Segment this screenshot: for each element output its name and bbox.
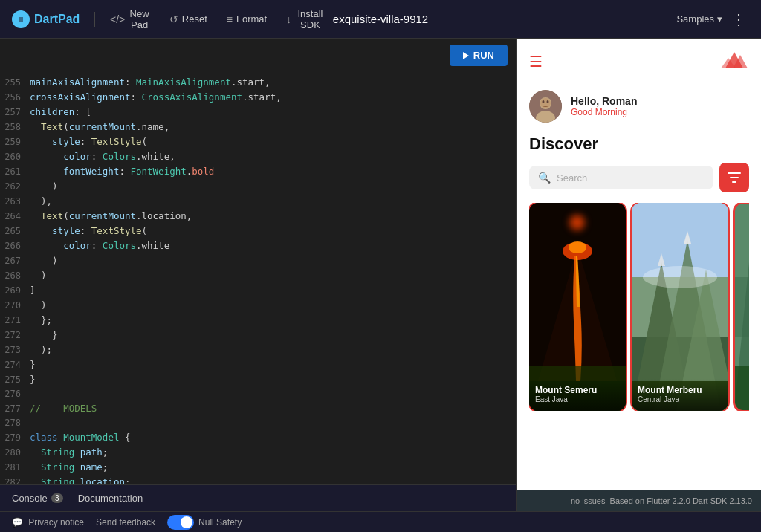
search-icon: 🔍 <box>538 172 551 184</box>
code-line: 280 String path; <box>0 445 516 460</box>
merberu-card-location: Central Java <box>638 395 722 403</box>
code-editor: RUN 255mainAxisAlignment: MainAxisAlignm… <box>0 39 516 511</box>
code-line: 264 Text(currentMount.location, <box>0 209 516 224</box>
app-content: ☰ <box>517 39 761 490</box>
toolbar-left: DartPad </> New Pad ↺ Reset ≡ Format ↓ I… <box>12 4 333 35</box>
code-line: 267 ) <box>0 253 516 268</box>
code-line: 258 Text(currentMount.name, <box>0 120 516 134</box>
hamburger-icon[interactable]: ☰ <box>529 53 543 71</box>
privacy-notice-link[interactable]: 💬 Privacy notice <box>12 517 84 528</box>
main-area: RUN 255mainAxisAlignment: MainAxisAlignm… <box>0 39 761 511</box>
privacy-icon: 💬 <box>12 517 23 528</box>
null-safety-toggle-row: Null Safety <box>167 515 242 530</box>
code-line: 270 ) <box>0 298 516 313</box>
code-line: 282 String location; <box>0 475 516 484</box>
dartpad-logo: DartPad <box>12 10 80 28</box>
merberu-image: Mount Merberu Central Java <box>632 203 728 411</box>
dartpad-title: DartPad <box>34 13 80 26</box>
code-line: 279class MountModel { <box>0 430 516 445</box>
run-button[interactable]: RUN <box>450 45 508 66</box>
reset-icon: ↺ <box>169 13 178 25</box>
project-name: exquisite-villa-9912 <box>333 13 428 25</box>
semeru-card-location: East Java <box>535 395 620 403</box>
avatar <box>529 90 562 123</box>
svg-rect-32 <box>734 366 749 411</box>
code-line: 266 color: Colors.white <box>0 239 516 253</box>
semeru-card-info: Mount Semeru East Java <box>529 379 626 411</box>
svg-point-27 <box>643 266 717 288</box>
status-bar: 💬 Privacy notice Send feedback Null Safe… <box>0 511 761 532</box>
more-options-button[interactable]: ⋮ <box>728 7 749 31</box>
code-line: 281 String name; <box>0 460 516 475</box>
svg-point-9 <box>547 100 549 103</box>
svg-rect-12 <box>732 181 736 183</box>
svg-rect-10 <box>728 172 741 174</box>
chevron-down-icon: ▾ <box>717 13 722 25</box>
code-content[interactable]: 255mainAxisAlignment: MainAxisAlignment.… <box>0 72 516 484</box>
toolbar: DartPad </> New Pad ↺ Reset ≡ Format ↓ I… <box>0 0 761 39</box>
null-safety-toggle[interactable] <box>167 515 194 530</box>
code-line: 259 style: TextStyle( <box>0 134 516 149</box>
console-badge: 3 <box>51 493 63 503</box>
send-feedback-link[interactable]: Send feedback <box>96 517 155 528</box>
samples-button[interactable]: Samples ▾ <box>676 13 722 25</box>
app-header: ☰ <box>517 39 761 84</box>
toolbar-right: Samples ▾ ⋮ <box>428 7 749 31</box>
download-icon: ↓ <box>286 13 291 25</box>
flutter-app: ☰ <box>517 39 761 490</box>
mountain-card-semeru[interactable]: Mount Semeru East Java <box>529 203 626 411</box>
code-line: 269] <box>0 283 516 298</box>
documentation-label: Documentation <box>78 493 143 504</box>
console-tab[interactable]: Console 3 <box>12 493 63 504</box>
code-line: 276 <box>0 387 516 401</box>
semeru-card-name: Mount Semeru <box>535 385 620 395</box>
play-icon <box>463 52 469 59</box>
code-line: 274} <box>0 357 516 372</box>
code-line: 256crossAxisAlignment: CrossAxisAlignmen… <box>0 90 516 105</box>
preview-status-text: no issues Based on Flutter 2.2.0 Dart SD… <box>571 496 752 505</box>
new-pad-icon: </> <box>110 13 125 25</box>
code-line: 261 fontWeight: FontWeight.bold <box>0 164 516 179</box>
code-line: 273 ); <box>0 343 516 357</box>
code-line: 275} <box>0 372 516 387</box>
install-sdk-button[interactable]: ↓ Install SDK <box>279 4 333 35</box>
search-placeholder: Search <box>557 172 587 184</box>
filter-button[interactable] <box>719 163 749 192</box>
merberu-card-info: Mount Merberu Central Java <box>632 379 728 411</box>
app-body: Hello, Roman Good Morning Discover 🔍 Sea… <box>517 84 761 417</box>
run-button-area: RUN <box>0 39 516 72</box>
code-line: 260 color: Colors.white, <box>0 149 516 164</box>
dart-logo-icon <box>12 10 30 28</box>
search-box[interactable]: 🔍 Search <box>529 166 713 189</box>
format-icon: ≡ <box>227 13 233 25</box>
reset-button[interactable]: ↺ Reset <box>162 9 215 30</box>
console-label: Console <box>12 493 48 504</box>
code-line: 272 } <box>0 328 516 343</box>
format-button[interactable]: ≡ Format <box>219 9 274 30</box>
search-row: 🔍 Search <box>529 163 749 192</box>
code-line: 263 ), <box>0 194 516 209</box>
preview-bottom-bar: no issues Based on Flutter 2.2.0 Dart SD… <box>517 490 761 511</box>
svg-point-16 <box>569 241 586 253</box>
code-line: 257children: [ <box>0 105 516 120</box>
avatar-row: Hello, Roman Good Morning <box>529 90 749 123</box>
code-line: 255mainAxisAlignment: MainAxisAlignment.… <box>0 75 516 90</box>
preview-panel: ☰ <box>517 39 761 511</box>
status-bar-left: 💬 Privacy notice Send feedback Null Safe… <box>12 515 242 530</box>
user-name: Hello, Roman <box>571 95 637 107</box>
code-line: 277//----MODELS---- <box>0 401 516 416</box>
mountain-card-partial[interactable] <box>734 203 749 411</box>
mountain-card-merberu[interactable]: Mount Merberu Central Java <box>632 203 728 411</box>
greeting-text: Good Morning <box>571 107 637 117</box>
toolbar-divider-1 <box>94 12 95 27</box>
documentation-tab[interactable]: Documentation <box>78 493 143 504</box>
discover-title: Discover <box>529 134 749 154</box>
hello-text: Hello, Roman Good Morning <box>571 95 637 117</box>
code-line: 278 <box>0 416 516 430</box>
code-line: 268 ) <box>0 268 516 283</box>
svg-point-8 <box>543 100 545 103</box>
semeru-image: Mount Semeru East Java <box>529 203 626 411</box>
new-pad-button[interactable]: </> New Pad <box>103 4 158 35</box>
editor-bottom-bar: Console 3 Documentation <box>0 484 516 511</box>
cards-row: Mount Semeru East Java <box>529 203 749 411</box>
